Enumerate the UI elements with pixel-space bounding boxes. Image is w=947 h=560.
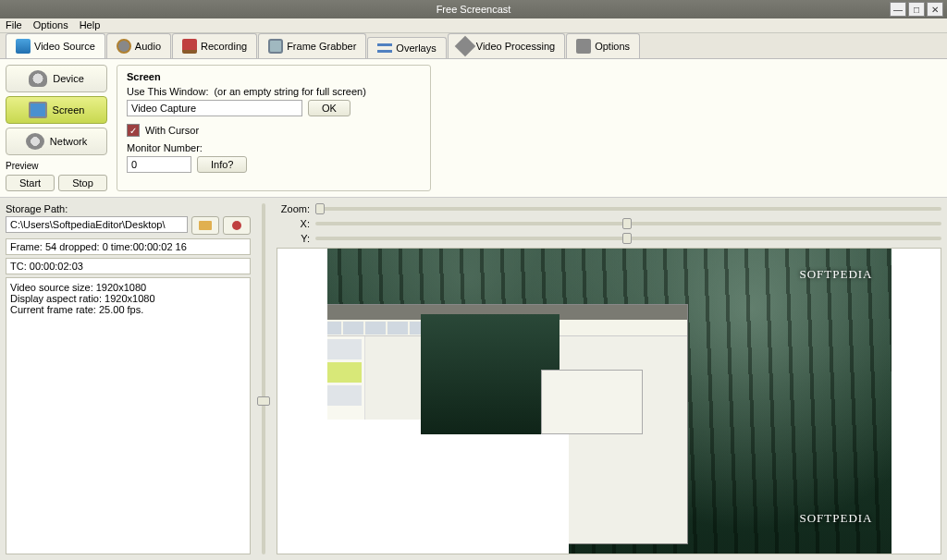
x-slider[interactable]: [315, 222, 941, 225]
source-panel: Device Screen Network Preview Start Stop…: [0, 59, 947, 198]
with-cursor-label: With Cursor: [145, 125, 199, 136]
y-slider[interactable]: [315, 237, 941, 240]
tc-status: TC: 00:00:02:03: [6, 258, 251, 274]
source-buttons: Device Screen Network Preview Start Stop: [6, 65, 107, 191]
processing-icon: [454, 36, 475, 57]
tab-audio[interactable]: Audio: [106, 33, 171, 58]
menu-options[interactable]: Options: [33, 19, 68, 30]
nested-window-3: [541, 370, 643, 434]
screen-title: Screen: [127, 71, 421, 82]
monitor-input[interactable]: [127, 156, 191, 173]
menu-help[interactable]: Help: [80, 19, 101, 30]
folder-icon: [199, 221, 212, 230]
info-fps: Current frame rate: 25.00 fps.: [10, 304, 246, 315]
info-button[interactable]: Info?: [197, 156, 247, 173]
with-cursor-checkbox[interactable]: ✓: [127, 124, 140, 137]
frame-status: Frame: 54 dropped: 0 time:00:00:02 16: [6, 238, 251, 255]
storage-path-input[interactable]: [6, 216, 188, 233]
recording-icon: [182, 39, 197, 54]
screen-button[interactable]: Screen: [6, 96, 107, 124]
webcam-icon: [29, 70, 47, 87]
frame-grabber-icon: [268, 39, 283, 54]
vertical-slider[interactable]: [254, 203, 273, 554]
stop-button[interactable]: Stop: [58, 175, 107, 191]
zoom-slider[interactable]: [315, 207, 941, 211]
record-icon: [232, 221, 241, 230]
maximize-button[interactable]: □: [908, 2, 925, 17]
tab-video-source[interactable]: Video Source: [6, 33, 105, 58]
zoom-label: Zoom:: [277, 203, 310, 214]
use-window-hint: (or an empty string for full screen): [214, 86, 365, 97]
storage-label: Storage Path:: [6, 203, 251, 214]
nested-window-2: [327, 420, 569, 554]
record-button[interactable]: [223, 216, 251, 235]
screen-settings: Screen Use This Window: (or an empty str…: [117, 65, 431, 191]
start-button[interactable]: Start: [6, 175, 55, 191]
watermark-bottom: SOFTPEDIA: [799, 511, 872, 526]
watermark-top: SOFTPEDIA: [799, 267, 872, 282]
browse-button[interactable]: [191, 216, 219, 235]
preview-image: SOFTPEDIA SOFTPEDIA: [327, 249, 892, 554]
nested-window-1: [327, 304, 688, 544]
right-column: Zoom: X: Y: SOFTPEDIA SOFTPEDIA: [277, 203, 941, 554]
tabbar: Video Source Audio Recording Frame Grabb…: [0, 33, 947, 59]
use-window-label: Use This Window:: [127, 86, 208, 97]
tab-frame-grabber[interactable]: Frame Grabber: [258, 33, 366, 58]
network-button[interactable]: Network: [6, 128, 107, 155]
window-title: Free Screencast: [437, 4, 511, 15]
lower-panel: Storage Path: Frame: 54 dropped: 0 time:…: [0, 198, 947, 560]
left-column: Storage Path: Frame: 54 dropped: 0 time:…: [6, 203, 251, 554]
video-icon: [16, 39, 31, 54]
zoom-thumb[interactable]: [315, 203, 325, 214]
monitor-label: Monitor Number:: [127, 142, 203, 153]
vslider-thumb[interactable]: [257, 396, 270, 406]
menubar: File Options Help: [0, 18, 947, 33]
info-box: Video source size: 1920x1080 Display asp…: [6, 277, 251, 554]
y-label: Y:: [277, 233, 310, 244]
menu-file[interactable]: File: [6, 19, 22, 30]
use-window-input[interactable]: [127, 100, 302, 116]
titlebar: Free Screencast — □ ✕: [0, 0, 947, 18]
close-button[interactable]: ✕: [927, 2, 943, 17]
device-button[interactable]: Device: [6, 65, 107, 92]
tab-recording[interactable]: Recording: [172, 33, 257, 58]
tab-options[interactable]: Options: [566, 33, 640, 58]
audio-icon: [117, 39, 131, 54]
tab-video-processing[interactable]: Video Processing: [448, 33, 565, 58]
info-source-size: Video source size: 1920x1080: [10, 282, 246, 293]
overlays-icon: [377, 43, 392, 53]
tab-overlays[interactable]: Overlays: [367, 37, 446, 58]
info-aspect: Display aspect ratio: 1920x1080: [10, 293, 246, 304]
preview-area: SOFTPEDIA SOFTPEDIA: [277, 248, 941, 554]
y-thumb[interactable]: [622, 233, 632, 244]
x-thumb[interactable]: [622, 218, 632, 229]
preview-label: Preview: [6, 161, 107, 171]
monitor-icon: [29, 102, 47, 118]
x-label: X:: [277, 218, 310, 229]
network-icon: [26, 133, 44, 150]
minimize-button[interactable]: —: [890, 2, 906, 17]
options-icon: [576, 39, 591, 54]
ok-button[interactable]: OK: [308, 100, 351, 116]
